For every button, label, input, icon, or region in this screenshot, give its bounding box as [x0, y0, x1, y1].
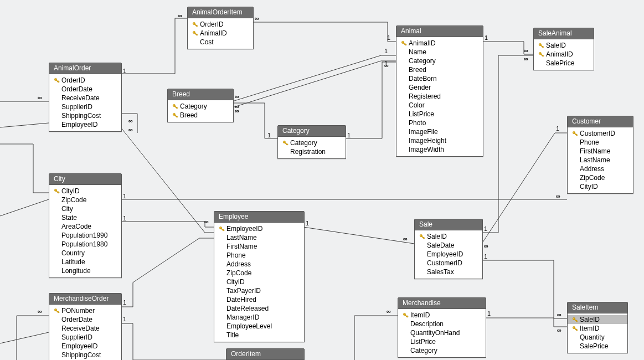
field-row[interactable]: CityID: [568, 182, 633, 191]
entity-animalorderitem[interactable]: AnimalOrderItemOrderIDAnimalIDCost: [187, 7, 254, 49]
field-row[interactable]: EmployeeID: [415, 250, 482, 259]
field-row[interactable]: LastName: [214, 233, 304, 242]
field-row[interactable]: DateHired: [214, 295, 304, 304]
field-row[interactable]: SaleID: [568, 315, 627, 324]
entity-title[interactable]: Customer: [568, 116, 633, 127]
field-row[interactable]: ZipCode: [214, 269, 304, 277]
entity-category[interactable]: CategoryCategoryRegistration: [277, 125, 346, 159]
entity-title[interactable]: SaleItem: [568, 302, 627, 313]
field-row[interactable]: Name: [396, 48, 483, 56]
entity-title[interactable]: City: [49, 174, 121, 184]
field-row[interactable]: ReceiveDate: [49, 94, 121, 102]
field-row[interactable]: Breed: [396, 65, 483, 74]
field-row[interactable]: FirstName: [214, 242, 304, 251]
field-row[interactable]: CustomerID: [415, 259, 482, 268]
field-row[interactable]: ImageFile: [396, 127, 483, 136]
field-row[interactable]: CustomerID: [568, 129, 633, 138]
field-row[interactable]: EmployeeID: [49, 342, 121, 351]
field-row[interactable]: ImageWidth: [396, 145, 483, 154]
field-row[interactable]: Gender: [396, 83, 483, 92]
entity-employee[interactable]: EmployeeEmployeeIDLastNameFirstNamePhone…: [214, 211, 305, 342]
field-row[interactable]: Title: [214, 331, 304, 340]
field-row[interactable]: SalesTax: [415, 268, 482, 276]
field-row[interactable]: City: [49, 204, 121, 213]
entity-title[interactable]: Sale: [415, 219, 482, 230]
field-row[interactable]: DateBorn: [396, 74, 483, 83]
entity-merchandiseorder[interactable]: MerchandiseOrderPONumberOrderDateReceive…: [49, 293, 122, 360]
field-row[interactable]: AnimalID: [188, 29, 253, 38]
field-row[interactable]: SaleID: [415, 232, 482, 241]
field-row[interactable]: EmployeeLevel: [214, 322, 304, 331]
entity-title[interactable]: Merchandise: [398, 298, 486, 308]
field-row[interactable]: Phone: [568, 138, 633, 147]
entity-sale[interactable]: SaleSaleIDSaleDateEmployeeIDCustomerIDSa…: [414, 219, 483, 279]
field-row[interactable]: Photo: [396, 119, 483, 127]
er-diagram-canvas[interactable]: { "entities":{ "AnimalOrderItem":{"title…: [0, 0, 644, 360]
field-row[interactable]: EmployeeID: [214, 224, 304, 233]
field-row[interactable]: Category: [396, 56, 483, 65]
entity-title[interactable]: Category: [278, 126, 346, 136]
field-row[interactable]: ManagerID: [214, 313, 304, 322]
field-row[interactable]: SaleID: [534, 41, 594, 50]
field-row[interactable]: AnimalID: [396, 39, 483, 48]
field-row[interactable]: Registration: [278, 147, 346, 156]
field-row[interactable]: SupplierID: [49, 333, 121, 342]
field-row[interactable]: Population1990: [49, 231, 121, 240]
field-row[interactable]: PONumber: [49, 306, 121, 315]
field-row[interactable]: ShippingCost: [49, 351, 121, 359]
field-row[interactable]: ItemID: [568, 324, 627, 333]
field-row[interactable]: ZipCode: [568, 173, 633, 182]
entity-title[interactable]: OrderItem: [226, 349, 304, 359]
field-row[interactable]: Population1980: [49, 240, 121, 249]
field-row[interactable]: Country: [49, 249, 121, 258]
field-row[interactable]: CityID: [214, 277, 304, 286]
field-row[interactable]: Category: [168, 102, 233, 111]
field-row[interactable]: OrderDate: [49, 315, 121, 324]
field-row[interactable]: SaleDate: [415, 241, 482, 250]
entity-orderitem[interactable]: OrderItemPONumber: [226, 348, 305, 360]
field-row[interactable]: CityID: [49, 187, 121, 196]
field-row[interactable]: ReceiveDate: [49, 324, 121, 333]
field-row[interactable]: ItemID: [398, 311, 486, 320]
field-row[interactable]: OrderDate: [49, 85, 121, 94]
field-row[interactable]: ListPrice: [396, 110, 483, 119]
field-row[interactable]: Category: [278, 138, 346, 147]
field-row[interactable]: AnimalID: [534, 50, 594, 59]
field-row[interactable]: Cost: [188, 38, 253, 47]
field-row[interactable]: Breed: [168, 111, 233, 120]
field-row[interactable]: OrderID: [49, 76, 121, 85]
field-row[interactable]: Address: [568, 164, 633, 173]
entity-title[interactable]: Breed: [168, 89, 233, 100]
field-row[interactable]: QuantityOnHand: [398, 328, 486, 337]
entity-title[interactable]: SaleAnimal: [534, 28, 594, 39]
entity-city[interactable]: CityCityIDZipCodeCityStateAreaCodePopula…: [49, 173, 122, 278]
field-row[interactable]: SupplierID: [49, 102, 121, 111]
entity-merchandise[interactable]: MerchandiseItemIDDescriptionQuantityOnHa…: [398, 297, 486, 358]
field-row[interactable]: Quantity: [568, 333, 627, 342]
field-row[interactable]: TaxPayerID: [214, 286, 304, 295]
field-row[interactable]: Registered: [396, 92, 483, 101]
field-row[interactable]: DateReleased: [214, 304, 304, 313]
entity-breed[interactable]: BreedCategoryBreed: [167, 89, 234, 122]
field-row[interactable]: ImageHeight: [396, 136, 483, 145]
entity-saleitem[interactable]: SaleItemSaleIDItemIDQuantitySalePrice: [567, 302, 628, 353]
field-row[interactable]: Description: [398, 320, 486, 328]
entity-title[interactable]: AnimalOrderItem: [188, 7, 253, 18]
field-row[interactable]: Address: [214, 260, 304, 269]
field-row[interactable]: LastName: [568, 156, 633, 164]
entity-animalorder[interactable]: AnimalOrderOrderIDOrderDateReceiveDateSu…: [49, 63, 122, 132]
field-row[interactable]: ZipCode: [49, 196, 121, 204]
field-row[interactable]: State: [49, 213, 121, 222]
entity-saleanimal[interactable]: SaleAnimalSaleIDAnimalIDSalePrice: [533, 28, 594, 70]
entity-title[interactable]: AnimalOrder: [49, 63, 121, 74]
field-row[interactable]: OrderID: [188, 20, 253, 29]
entity-customer[interactable]: CustomerCustomerIDPhoneFirstNameLastName…: [567, 116, 633, 194]
field-row[interactable]: Longitude: [49, 266, 121, 275]
entity-animal[interactable]: AnimalAnimalIDNameCategoryBreedDateBornG…: [396, 25, 483, 157]
entity-title[interactable]: Animal: [396, 26, 483, 37]
field-row[interactable]: Latitude: [49, 258, 121, 266]
field-row[interactable]: FirstName: [568, 147, 633, 156]
field-row[interactable]: SalePrice: [534, 59, 594, 68]
entity-title[interactable]: Employee: [214, 212, 304, 222]
field-row[interactable]: ListPrice: [398, 337, 486, 346]
